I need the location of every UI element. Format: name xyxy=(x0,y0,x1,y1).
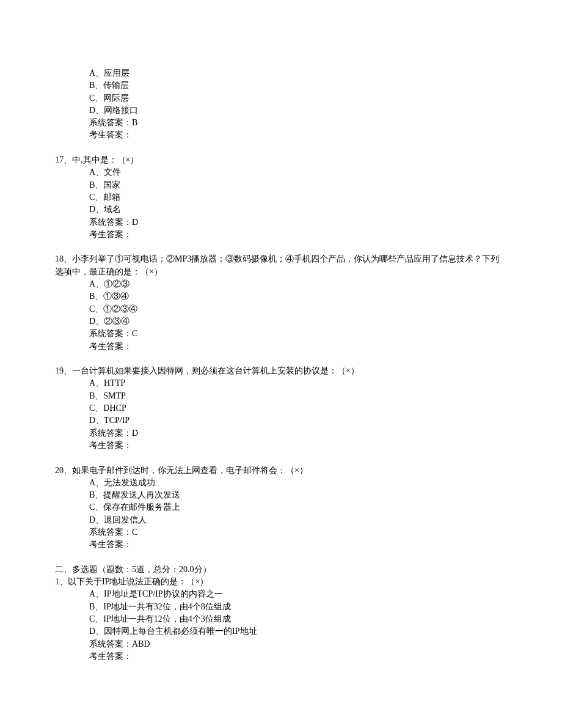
option-c: C、邮箱 xyxy=(55,191,507,204)
option-b: B、SMTP xyxy=(55,390,507,402)
option-c: C、①②③④ xyxy=(55,303,507,315)
student-answer: 考生答案： xyxy=(55,129,507,141)
student-answer: 考生答案： xyxy=(55,229,507,241)
option-a: A、文件 xyxy=(55,166,507,178)
system-answer: 系统答案：B xyxy=(55,117,507,129)
option-d: D、退回发信人 xyxy=(55,514,507,526)
option-b: B、传输层 xyxy=(55,79,507,92)
option-c: C、网际层 xyxy=(55,92,507,105)
option-c: C、IP地址一共有12位，由4个3位组成 xyxy=(55,613,507,625)
option-d: D、网络接口 xyxy=(55,105,507,117)
option-d: D、②③④ xyxy=(55,315,507,328)
system-answer: 系统答案：C xyxy=(55,328,507,340)
question-stem: 1、以下关于IP地址说法正确的是：（×） xyxy=(55,576,507,588)
system-answer: 系统答案：D xyxy=(55,427,507,439)
option-b: B、提醒发送人再次发送 xyxy=(55,489,507,501)
student-answer: 考生答案： xyxy=(55,340,507,353)
option-a: A、HTTP xyxy=(55,377,507,389)
student-answer: 考生答案： xyxy=(55,539,507,551)
question-stem: 18、小李列举了①可视电话；②MP3播放器；③数码摄像机；④手机四个产品，你认为… xyxy=(55,253,507,278)
option-d: D、TCP/IP xyxy=(55,414,507,427)
option-a: A、无法发送成功 xyxy=(55,477,507,489)
student-answer: 考生答案： xyxy=(55,439,507,452)
system-answer: 系统答案：D xyxy=(55,216,507,229)
section-header: 二、多选题（题数：5道，总分：20.0分） xyxy=(55,564,507,576)
question-stem: 17、中,其中是：（×） xyxy=(55,154,507,166)
option-a: A、IP地址是TCP/IP协议的内容之一 xyxy=(55,588,507,600)
option-b: B、IP地址一共有32位，由4个8位组成 xyxy=(55,601,507,613)
student-answer: 考生答案： xyxy=(55,650,507,663)
option-c: C、保存在邮件服务器上 xyxy=(55,501,507,513)
option-c: C、DHCP xyxy=(55,402,507,414)
option-b: B、①③④ xyxy=(55,290,507,303)
system-answer: 系统答案：ABD xyxy=(55,638,507,650)
system-answer: 系统答案：C xyxy=(55,526,507,539)
option-d: D、因特网上每台主机都必须有唯一的IP地址 xyxy=(55,625,507,638)
option-a: A、①②③ xyxy=(55,278,507,290)
option-a: A、应用层 xyxy=(55,67,507,79)
document-page: A、应用层 B、传输层 C、网际层 D、网络接口 系统答案：B 考生答案： 17… xyxy=(0,0,562,728)
option-d: D、域名 xyxy=(55,204,507,216)
question-stem: 19、一台计算机如果要接入因特网，则必须在这台计算机上安装的协议是：（×） xyxy=(55,365,507,377)
question-stem: 20、如果电子邮件到达时，你无法上网查看，电子邮件将会：（×） xyxy=(55,465,507,477)
option-b: B、国家 xyxy=(55,179,507,191)
